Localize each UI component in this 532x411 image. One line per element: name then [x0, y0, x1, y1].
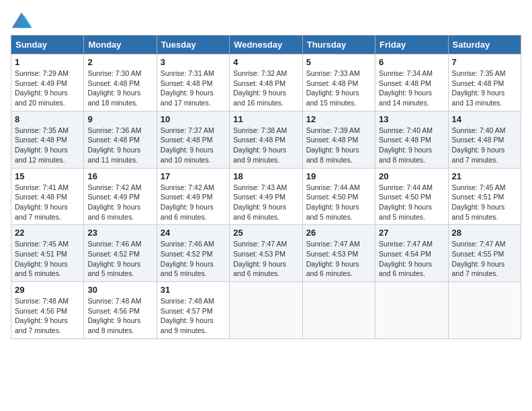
day-info: Sunrise: 7:44 AM Sunset: 4:50 PM Dayligh…	[306, 183, 371, 222]
day-info: Sunrise: 7:42 AM Sunset: 4:49 PM Dayligh…	[161, 183, 226, 222]
logo-icon	[11, 11, 32, 30]
calendar-day-cell: 30 Sunrise: 7:48 AM Sunset: 4:56 PM Dayl…	[84, 282, 157, 339]
calendar-day-cell: 3 Sunrise: 7:31 AM Sunset: 4:48 PM Dayli…	[157, 54, 229, 111]
calendar-day-cell: 25 Sunrise: 7:47 AM Sunset: 4:53 PM Dayl…	[230, 225, 302, 282]
day-number: 30	[87, 285, 152, 295]
weekday-header: Friday	[375, 36, 448, 54]
day-info: Sunrise: 7:44 AM Sunset: 4:50 PM Dayligh…	[379, 183, 444, 222]
weekday-header: Wednesday	[230, 36, 302, 54]
day-info: Sunrise: 7:37 AM Sunset: 4:48 PM Dayligh…	[161, 126, 226, 165]
day-number: 19	[306, 171, 371, 181]
day-number: 23	[87, 228, 152, 238]
day-info: Sunrise: 7:34 AM Sunset: 4:48 PM Dayligh…	[379, 68, 444, 108]
day-info: Sunrise: 7:45 AM Sunset: 4:51 PM Dayligh…	[452, 183, 517, 222]
calendar-day-cell: 6 Sunrise: 7:34 AM Sunset: 4:48 PM Dayli…	[375, 54, 448, 111]
day-info: Sunrise: 7:48 AM Sunset: 4:56 PM Dayligh…	[87, 296, 152, 336]
calendar-day-cell: 19 Sunrise: 7:44 AM Sunset: 4:50 PM Dayl…	[302, 168, 375, 225]
day-number: 9	[87, 114, 152, 124]
calendar-day-cell: 16 Sunrise: 7:42 AM Sunset: 4:49 PM Dayl…	[84, 168, 157, 225]
day-number: 10	[161, 114, 226, 124]
calendar-day-cell	[375, 282, 448, 339]
day-info: Sunrise: 7:39 AM Sunset: 4:48 PM Dayligh…	[306, 126, 371, 165]
calendar-day-cell: 12 Sunrise: 7:39 AM Sunset: 4:48 PM Dayl…	[302, 111, 375, 168]
calendar-day-cell: 1 Sunrise: 7:29 AM Sunset: 4:49 PM Dayli…	[11, 54, 84, 111]
calendar-day-cell: 22 Sunrise: 7:45 AM Sunset: 4:51 PM Dayl…	[11, 225, 84, 282]
calendar-day-cell: 21 Sunrise: 7:45 AM Sunset: 4:51 PM Dayl…	[448, 168, 521, 225]
calendar-day-cell: 8 Sunrise: 7:35 AM Sunset: 4:48 PM Dayli…	[11, 111, 84, 168]
day-number: 13	[379, 114, 444, 124]
calendar-day-cell: 17 Sunrise: 7:42 AM Sunset: 4:49 PM Dayl…	[157, 168, 229, 225]
calendar-day-cell: 9 Sunrise: 7:36 AM Sunset: 4:48 PM Dayli…	[84, 111, 157, 168]
day-number: 24	[161, 228, 226, 238]
calendar-day-cell: 24 Sunrise: 7:46 AM Sunset: 4:52 PM Dayl…	[157, 225, 229, 282]
day-info: Sunrise: 7:33 AM Sunset: 4:48 PM Dayligh…	[306, 68, 371, 108]
day-info: Sunrise: 7:47 AM Sunset: 4:55 PM Dayligh…	[452, 239, 517, 279]
weekday-header: Thursday	[302, 36, 375, 54]
day-number: 12	[306, 114, 371, 124]
calendar-day-cell: 27 Sunrise: 7:47 AM Sunset: 4:54 PM Dayl…	[375, 225, 448, 282]
calendar-table: SundayMondayTuesdayWednesdayThursdayFrid…	[11, 35, 521, 339]
calendar-day-cell: 14 Sunrise: 7:40 AM Sunset: 4:48 PM Dayl…	[448, 111, 521, 168]
day-number: 22	[15, 228, 80, 238]
day-info: Sunrise: 7:40 AM Sunset: 4:48 PM Dayligh…	[452, 126, 517, 165]
calendar-week-row: 22 Sunrise: 7:45 AM Sunset: 4:51 PM Dayl…	[11, 225, 521, 282]
day-number: 4	[233, 57, 298, 67]
calendar-week-row: 15 Sunrise: 7:41 AM Sunset: 4:48 PM Dayl…	[11, 168, 521, 225]
day-info: Sunrise: 7:46 AM Sunset: 4:52 PM Dayligh…	[87, 239, 152, 279]
logo	[11, 11, 35, 30]
day-info: Sunrise: 7:42 AM Sunset: 4:49 PM Dayligh…	[87, 183, 152, 222]
day-number: 29	[15, 285, 80, 295]
calendar-day-cell: 2 Sunrise: 7:30 AM Sunset: 4:48 PM Dayli…	[84, 54, 157, 111]
day-info: Sunrise: 7:47 AM Sunset: 4:53 PM Dayligh…	[306, 239, 371, 279]
day-info: Sunrise: 7:47 AM Sunset: 4:54 PM Dayligh…	[379, 239, 444, 279]
day-info: Sunrise: 7:30 AM Sunset: 4:48 PM Dayligh…	[87, 68, 152, 108]
day-number: 18	[233, 171, 298, 181]
day-info: Sunrise: 7:38 AM Sunset: 4:48 PM Dayligh…	[233, 126, 298, 165]
day-number: 25	[233, 228, 298, 238]
day-info: Sunrise: 7:40 AM Sunset: 4:48 PM Dayligh…	[379, 126, 444, 165]
calendar-day-cell: 10 Sunrise: 7:37 AM Sunset: 4:48 PM Dayl…	[157, 111, 229, 168]
weekday-header: Tuesday	[157, 36, 229, 54]
calendar-day-cell: 7 Sunrise: 7:35 AM Sunset: 4:48 PM Dayli…	[448, 54, 521, 111]
calendar-day-cell: 29 Sunrise: 7:48 AM Sunset: 4:56 PM Dayl…	[11, 282, 84, 339]
day-number: 20	[379, 171, 444, 181]
day-number: 7	[452, 57, 517, 67]
day-info: Sunrise: 7:31 AM Sunset: 4:48 PM Dayligh…	[161, 68, 226, 108]
calendar-week-row: 8 Sunrise: 7:35 AM Sunset: 4:48 PM Dayli…	[11, 111, 521, 168]
day-info: Sunrise: 7:43 AM Sunset: 4:49 PM Dayligh…	[233, 183, 298, 222]
day-number: 5	[306, 57, 371, 67]
calendar-day-cell: 20 Sunrise: 7:44 AM Sunset: 4:50 PM Dayl…	[375, 168, 448, 225]
day-number: 21	[452, 171, 517, 181]
calendar-day-cell	[448, 282, 521, 339]
day-number: 1	[15, 57, 80, 67]
day-number: 8	[15, 114, 80, 124]
calendar-day-cell	[230, 282, 302, 339]
day-info: Sunrise: 7:48 AM Sunset: 4:57 PM Dayligh…	[161, 296, 226, 336]
calendar-week-row: 29 Sunrise: 7:48 AM Sunset: 4:56 PM Dayl…	[11, 282, 521, 339]
day-number: 17	[161, 171, 226, 181]
calendar-day-cell: 13 Sunrise: 7:40 AM Sunset: 4:48 PM Dayl…	[375, 111, 448, 168]
day-info: Sunrise: 7:46 AM Sunset: 4:52 PM Dayligh…	[161, 239, 226, 279]
calendar-day-cell: 11 Sunrise: 7:38 AM Sunset: 4:48 PM Dayl…	[230, 111, 302, 168]
calendar-day-cell: 31 Sunrise: 7:48 AM Sunset: 4:57 PM Dayl…	[157, 282, 229, 339]
day-number: 11	[233, 114, 298, 124]
day-info: Sunrise: 7:35 AM Sunset: 4:48 PM Dayligh…	[452, 68, 517, 108]
calendar-day-cell	[302, 282, 375, 339]
day-number: 3	[161, 57, 226, 67]
day-info: Sunrise: 7:41 AM Sunset: 4:48 PM Dayligh…	[15, 183, 80, 222]
weekday-header: Sunday	[11, 36, 84, 54]
calendar-day-cell: 23 Sunrise: 7:46 AM Sunset: 4:52 PM Dayl…	[84, 225, 157, 282]
weekday-header: Saturday	[448, 36, 521, 54]
day-info: Sunrise: 7:45 AM Sunset: 4:51 PM Dayligh…	[15, 239, 80, 279]
day-info: Sunrise: 7:36 AM Sunset: 4:48 PM Dayligh…	[87, 126, 152, 165]
day-number: 14	[452, 114, 517, 124]
day-info: Sunrise: 7:35 AM Sunset: 4:48 PM Dayligh…	[15, 126, 80, 165]
calendar-week-row: 1 Sunrise: 7:29 AM Sunset: 4:49 PM Dayli…	[11, 54, 521, 111]
calendar-day-cell: 4 Sunrise: 7:32 AM Sunset: 4:48 PM Dayli…	[230, 54, 302, 111]
day-info: Sunrise: 7:47 AM Sunset: 4:53 PM Dayligh…	[233, 239, 298, 279]
day-number: 28	[452, 228, 517, 238]
day-number: 16	[87, 171, 152, 181]
day-number: 27	[379, 228, 444, 238]
day-info: Sunrise: 7:48 AM Sunset: 4:56 PM Dayligh…	[15, 296, 80, 336]
calendar-day-cell: 15 Sunrise: 7:41 AM Sunset: 4:48 PM Dayl…	[11, 168, 84, 225]
